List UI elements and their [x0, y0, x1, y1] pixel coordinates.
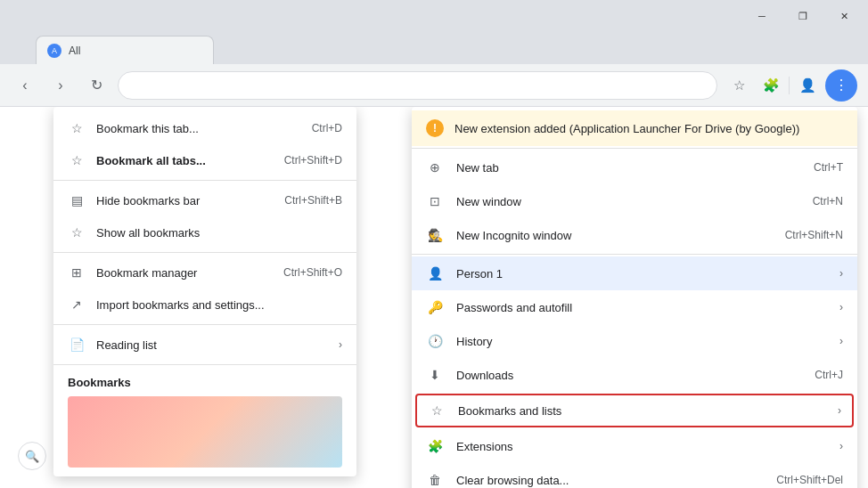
- hide-bookmarks-label: Hide bookmarks bar: [96, 194, 274, 207]
- downloads-icon: ⬇: [426, 366, 444, 384]
- right-menu-extensions[interactable]: 🧩 Extensions ›: [412, 429, 857, 463]
- right-menu-new-window[interactable]: ⊡ New window Ctrl+N: [412, 184, 857, 218]
- reading-list-label: Reading list: [96, 338, 328, 352]
- notification-text: New extension added (Application Launche…: [454, 122, 799, 135]
- bookmark-all-icon: ☆: [68, 151, 86, 169]
- tab-bar: A All: [0, 32, 868, 64]
- bookmarks-lists-label: Bookmarks and lists: [458, 404, 825, 418]
- incognito-label: New Incognito window: [456, 229, 773, 242]
- menu-item-bookmark-manager[interactable]: ⊞ Bookmark manager Ctrl+Shift+O: [53, 256, 356, 289]
- forward-button[interactable]: ›: [46, 71, 75, 100]
- hide-bookmarks-shortcut: Ctrl+Shift+B: [284, 194, 342, 207]
- bookmarks-preview-image: [68, 396, 342, 468]
- reading-list-icon: 📄: [68, 336, 86, 354]
- history-icon: 🕐: [426, 332, 444, 350]
- extensions-puzzle-button[interactable]: 🧩: [757, 71, 785, 100]
- right-menu-passwords[interactable]: 🔑 Passwords and autofill ›: [412, 290, 857, 324]
- bookmark-manager-label: Bookmark manager: [96, 266, 273, 280]
- import-label: Import bookmarks and settings...: [96, 298, 342, 312]
- person1-icon: 👤: [426, 264, 444, 282]
- notification-extension[interactable]: ! New extension added (Application Launc…: [412, 110, 857, 146]
- tab-label: All: [69, 45, 80, 57]
- right-menu-bookmarks-lists[interactable]: ☆ Bookmarks and lists ›: [415, 394, 854, 427]
- new-window-icon: ⊡: [426, 192, 444, 210]
- bookmark-all-shortcut: Ctrl+Shift+D: [284, 154, 342, 167]
- passwords-label: Passwords and autofill: [456, 301, 827, 314]
- new-window-label: New window: [456, 195, 800, 208]
- downloads-shortcut: Ctrl+J: [815, 369, 843, 381]
- address-bar[interactable]: [118, 71, 717, 100]
- title-bar-controls: ─ ❐ ✕: [741, 2, 864, 30]
- passwords-arrow: ›: [839, 301, 843, 313]
- clear-browsing-icon: 🗑: [426, 471, 444, 488]
- right-menu-person1[interactable]: 👤 Person 1 ›: [412, 256, 857, 290]
- bookmark-tab-icon: ☆: [68, 119, 86, 137]
- chrome-menu-button[interactable]: ⋮: [825, 69, 857, 102]
- sidebar-search-icon[interactable]: 🔍: [18, 442, 46, 470]
- title-bar: ─ ❐ ✕: [0, 0, 868, 32]
- menu-item-bookmark-tab[interactable]: ☆ Bookmark this tab... Ctrl+D: [53, 112, 356, 144]
- incognito-icon: 🕵: [426, 226, 444, 244]
- minimize-button[interactable]: ─: [741, 2, 782, 30]
- show-bookmarks-label: Show all bookmarks: [96, 226, 342, 240]
- right-separator-0: [412, 148, 857, 149]
- browser-window: ─ ❐ ✕ A All ‹ › ↻ ☆ 🧩 👤 ⋮ 🔍: [0, 0, 868, 488]
- clear-browsing-shortcut: Ctrl+Shift+Del: [776, 474, 843, 486]
- menu-item-bookmark-all[interactable]: ☆ Bookmark all tabs... Ctrl+Shift+D: [53, 144, 356, 176]
- chrome-main-menu: ! New extension added (Application Launc…: [412, 107, 857, 488]
- toolbar-divider: [789, 77, 790, 94]
- bookmarks-lists-icon: ☆: [428, 402, 446, 419]
- address-bar-row: ‹ › ↻ ☆ 🧩 👤 ⋮: [0, 64, 868, 107]
- star-button[interactable]: ☆: [725, 71, 753, 100]
- bookmark-manager-icon: ⊞: [68, 264, 86, 281]
- person1-label: Person 1: [456, 267, 827, 281]
- close-button[interactable]: ✕: [823, 2, 864, 30]
- separator-4: [53, 364, 356, 365]
- new-window-shortcut: Ctrl+N: [813, 195, 843, 207]
- tab-favicon: A: [47, 44, 61, 58]
- menu-item-import[interactable]: ↗ Import bookmarks and settings...: [53, 289, 356, 321]
- history-label: History: [456, 335, 827, 348]
- bookmarks-section-header: Bookmarks: [53, 369, 356, 393]
- new-tab-label: New tab: [456, 161, 801, 175]
- active-tab[interactable]: A All: [36, 36, 214, 64]
- bookmark-tab-label: Bookmark this tab...: [96, 122, 301, 135]
- extensions-arrow: ›: [839, 440, 843, 452]
- clear-browsing-label: Clear browsing data...: [456, 474, 764, 487]
- separator-3: [53, 324, 356, 325]
- bookmark-all-label: Bookmark all tabs...: [96, 154, 274, 167]
- restore-button[interactable]: ❐: [782, 2, 823, 30]
- incognito-shortcut: Ctrl+Shift+N: [785, 229, 843, 241]
- right-separator-1: [412, 254, 857, 255]
- right-menu-history[interactable]: 🕐 History ›: [412, 324, 857, 358]
- extensions-label: Extensions: [456, 440, 827, 453]
- menu-item-reading-list[interactable]: 📄 Reading list ›: [53, 329, 356, 361]
- new-tab-shortcut: Ctrl+T: [814, 161, 843, 174]
- bookmarks-dropdown: ☆ Bookmark this tab... Ctrl+D ☆ Bookmark…: [53, 107, 356, 476]
- notification-icon: !: [426, 119, 444, 137]
- passwords-icon: 🔑: [426, 298, 444, 316]
- show-bookmarks-icon: ☆: [68, 224, 86, 241]
- right-menu-clear-browsing[interactable]: 🗑 Clear browsing data... Ctrl+Shift+Del: [412, 463, 857, 488]
- right-menu-incognito[interactable]: 🕵 New Incognito window Ctrl+Shift+N: [412, 218, 857, 252]
- history-arrow: ›: [839, 335, 843, 347]
- separator-2: [53, 252, 356, 253]
- downloads-label: Downloads: [456, 369, 802, 382]
- right-menu-new-tab[interactable]: ⊕ New tab Ctrl+T: [412, 150, 857, 184]
- separator-1: [53, 180, 356, 181]
- extensions-icon: 🧩: [426, 437, 444, 455]
- bookmark-tab-shortcut: Ctrl+D: [312, 122, 342, 134]
- right-menu-downloads[interactable]: ⬇ Downloads Ctrl+J: [412, 358, 857, 392]
- back-button[interactable]: ‹: [11, 71, 39, 100]
- reload-button[interactable]: ↻: [82, 71, 111, 100]
- main-content-area: 🔍 ☆ Bookmark this tab... Ctrl+D ☆ Bookma…: [0, 107, 868, 488]
- menu-item-hide-bookmarks[interactable]: ▤ Hide bookmarks bar Ctrl+Shift+B: [53, 184, 356, 216]
- import-icon: ↗: [68, 296, 86, 313]
- hide-bookmarks-icon: ▤: [68, 191, 86, 209]
- bookmarks-lists-arrow: ›: [838, 404, 841, 417]
- bookmark-manager-shortcut: Ctrl+Shift+O: [283, 266, 342, 279]
- profile-button[interactable]: 👤: [793, 71, 822, 100]
- menu-item-show-bookmarks[interactable]: ☆ Show all bookmarks: [53, 216, 356, 248]
- toolbar-right: ☆ 🧩 👤 ⋮: [725, 69, 857, 102]
- reading-list-arrow: ›: [339, 338, 342, 351]
